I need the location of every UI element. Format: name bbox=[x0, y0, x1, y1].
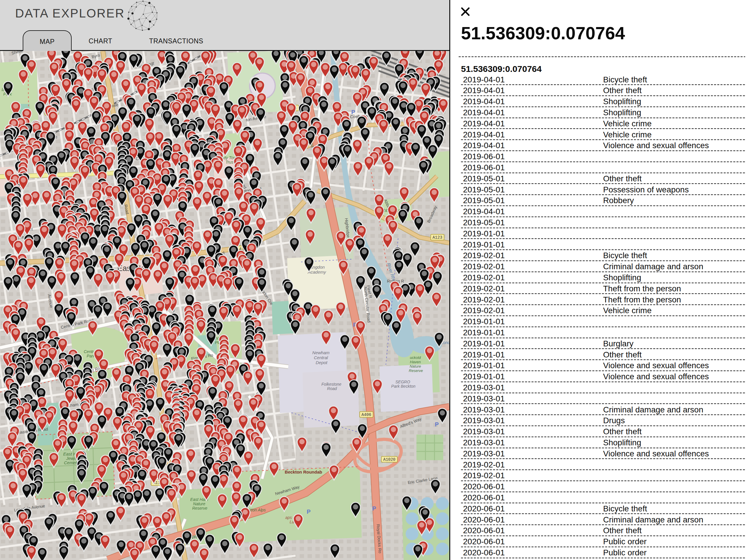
svg-text:A123: A123 bbox=[432, 235, 442, 240]
svg-text:A406: A406 bbox=[361, 412, 371, 417]
svg-text:Beckton Roundab: Beckton Roundab bbox=[285, 469, 322, 474]
svg-text:P: P bbox=[307, 509, 311, 515]
svg-text:P: P bbox=[351, 109, 355, 115]
svg-text:A1020: A1020 bbox=[383, 457, 395, 462]
svg-text:uckold Haven Nature Reserve: uckold Haven Nature Reserve bbox=[409, 355, 423, 373]
svg-text:P: P bbox=[372, 505, 376, 512]
svg-text:P: P bbox=[435, 421, 438, 428]
